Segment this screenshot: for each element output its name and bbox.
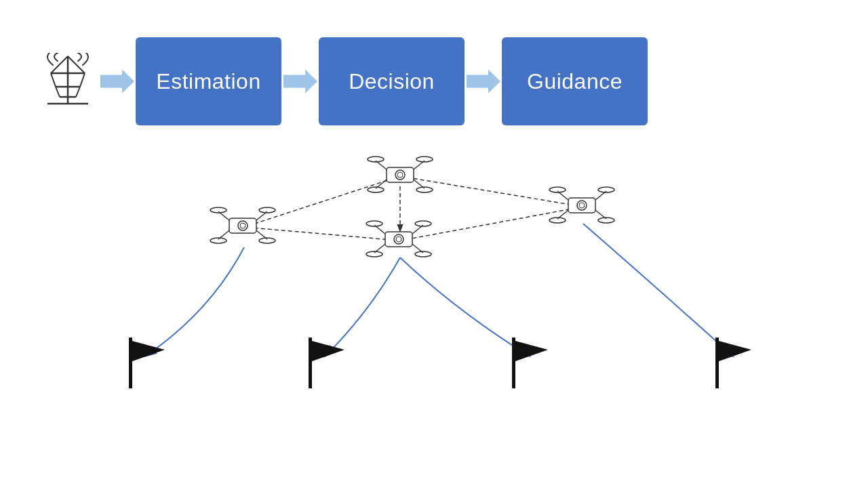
diagram-area (0, 136, 868, 488)
flag-1 (129, 338, 165, 388)
decision-box: Decision (319, 37, 465, 125)
svg-marker-70 (719, 341, 751, 361)
svg-point-43 (396, 237, 401, 242)
drone-left (210, 207, 275, 243)
drone-right (549, 187, 614, 223)
svg-rect-67 (512, 338, 515, 388)
arrow-3 (465, 64, 502, 98)
svg-line-9 (76, 87, 80, 97)
svg-point-54 (579, 203, 585, 208)
svg-line-15 (400, 176, 583, 207)
svg-marker-66 (312, 341, 344, 361)
svg-marker-11 (100, 70, 134, 94)
svg-point-21 (397, 172, 403, 178)
guidance-box: Guidance (502, 37, 648, 125)
estimation-box: Estimation (136, 37, 281, 125)
svg-line-8 (56, 87, 60, 97)
svg-line-16 (244, 227, 400, 241)
flag-2 (309, 338, 344, 388)
top-flow: Estimation Decision Guidance (37, 37, 648, 125)
svg-marker-12 (283, 70, 317, 94)
svg-marker-64 (132, 341, 165, 361)
arrow-2 (281, 64, 319, 98)
svg-point-32 (240, 223, 245, 228)
svg-rect-69 (715, 338, 719, 388)
svg-marker-68 (515, 341, 548, 361)
flag-3 (512, 338, 548, 388)
svg-line-17 (400, 207, 583, 241)
svg-rect-63 (129, 338, 132, 388)
svg-rect-65 (309, 338, 312, 388)
antenna-icon (37, 51, 98, 112)
arrow-1 (98, 64, 136, 98)
flag-4 (715, 338, 751, 388)
svg-marker-13 (467, 70, 500, 94)
svg-line-6 (51, 73, 56, 87)
svg-line-7 (80, 73, 85, 87)
svg-line-14 (244, 176, 400, 227)
